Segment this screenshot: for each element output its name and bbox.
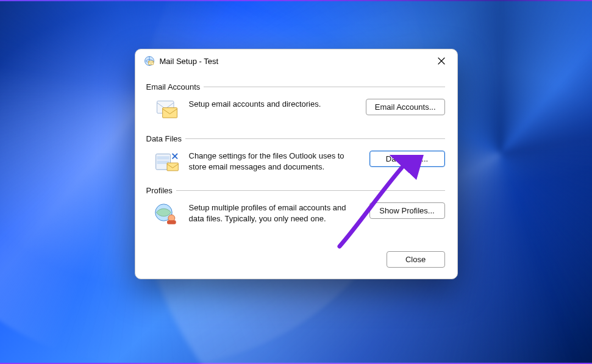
close-icon — [438, 57, 445, 65]
group-data-files: Data Files Change settings for the files… — [148, 134, 445, 176]
email-accounts-icon — [154, 98, 180, 122]
dialog-footer: Close — [135, 238, 457, 279]
svg-rect-5 — [157, 156, 169, 159]
close-button[interactable] — [429, 52, 454, 70]
email-accounts-description: Setup email accounts and directories. — [189, 98, 357, 110]
group-profiles: Profiles Setup multiple profiles of emai… — [148, 186, 445, 228]
titlebar: Mail Setup - Test — [135, 49, 457, 71]
mail-setup-dialog: Mail Setup - Test Email Accounts — [135, 49, 458, 279]
dialog-body: Email Accounts Setup email accounts and … — [135, 71, 457, 238]
data-files-description: Change settings for the files Outlook us… — [189, 149, 361, 172]
dialog-title: Mail Setup - Test — [160, 57, 424, 66]
svg-rect-7 — [167, 163, 178, 171]
data-files-button[interactable]: Data Files... — [369, 151, 445, 167]
svg-rect-3 — [162, 107, 177, 117]
group-email-accounts: Email Accounts Setup email accounts and … — [148, 82, 445, 124]
mail-setup-icon — [144, 55, 155, 66]
profiles-description: Setup multiple profiles of email account… — [189, 201, 361, 224]
data-files-icon — [154, 149, 180, 174]
legend-data-files: Data Files — [146, 134, 186, 143]
svg-rect-10 — [167, 220, 176, 224]
show-profiles-button[interactable]: Show Profiles... — [369, 202, 445, 219]
profiles-icon — [154, 201, 180, 226]
legend-profiles: Profiles — [146, 186, 176, 195]
close-dialog-button[interactable]: Close — [387, 251, 445, 268]
desktop-background: Mail Setup - Test Email Accounts — [0, 0, 592, 364]
legend-email-accounts: Email Accounts — [146, 82, 204, 91]
email-accounts-button[interactable]: Email Accounts... — [366, 99, 445, 115]
svg-rect-1 — [148, 61, 153, 65]
